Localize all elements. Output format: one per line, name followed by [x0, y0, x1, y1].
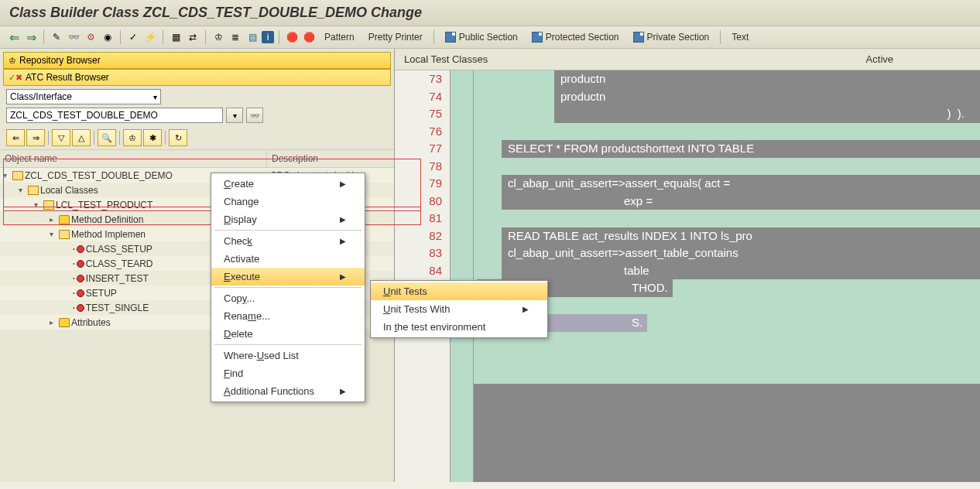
- hierarchy-icon[interactable]: ♔: [211, 29, 226, 45]
- marker-column: [451, 70, 474, 482]
- folder-open-icon: [59, 230, 70, 239]
- display-icon[interactable]: 👓: [66, 29, 81, 45]
- menu-execute[interactable]: Execute▶: [211, 268, 365, 286]
- pattern-button[interactable]: Pattern: [318, 29, 361, 45]
- context-menu: CCreatereate▶ Change Display▶ Check▶ Act…: [211, 173, 365, 402]
- list-icon[interactable]: ▤: [245, 29, 260, 45]
- menu-change[interactable]: Change: [211, 193, 365, 210]
- collapse-button[interactable]: ▽: [52, 129, 70, 146]
- text-button[interactable]: Text: [725, 29, 755, 45]
- expand-button[interactable]: △: [72, 129, 91, 146]
- method-icon: [77, 275, 84, 282]
- expand-icon[interactable]: ▾: [19, 186, 26, 194]
- pretty-printer-button[interactable]: Pretty Printer: [362, 29, 429, 45]
- execute-submenu: Unit Tests Unit Tests With▶ In the test …: [370, 280, 548, 338]
- forward-icon[interactable]: ⇒: [23, 29, 39, 45]
- tree-container: ▾ ZCL_CDS_TEST_DOUBLE_DEMO CDS view test…: [0, 168, 394, 482]
- atc-browser-tab[interactable]: ✓✖ ATC Result Browser: [3, 69, 391, 86]
- repository-browser-tab[interactable]: ♔ Repository Browser: [3, 52, 391, 69]
- arrow-right-icon: ▶: [340, 237, 346, 245]
- local-test-label: Local Test Classes: [404, 53, 866, 65]
- bullet-icon: •: [73, 289, 75, 296]
- menu-find[interactable]: Find: [211, 364, 365, 382]
- object-name-input[interactable]: ZCL_CDS_TEST_DOUBLE_DEMO: [6, 108, 223, 123]
- doc-icon: [532, 32, 543, 43]
- next-button[interactable]: ⇒: [26, 129, 45, 146]
- menu-rename[interactable]: Rename...: [211, 307, 365, 325]
- object-type-dropdown[interactable]: Class/Interface ▾: [6, 89, 161, 104]
- glasses-button[interactable]: 👓: [246, 108, 263, 123]
- arrow-right-icon: ▶: [340, 272, 346, 281]
- menu-create[interactable]: CCreatereate▶: [211, 175, 365, 193]
- title-bar: Class Builder Class ZCL_CDS_TEST_DOUBLE_…: [0, 0, 980, 26]
- line-gutter: 737475767778798081828384: [395, 70, 451, 482]
- tree-header-name: Object name: [0, 150, 267, 167]
- submenu-unit-tests-with[interactable]: Unit Tests With▶: [371, 300, 547, 318]
- folder-icon: [59, 318, 70, 327]
- back-icon[interactable]: ⇐: [6, 29, 22, 45]
- expand-icon[interactable]: ▾: [3, 171, 11, 180]
- prev-button[interactable]: ⇐: [6, 129, 25, 146]
- find-button[interactable]: 🔍: [98, 129, 116, 146]
- bullet-icon: •: [73, 245, 75, 252]
- right-panel: Local Test Classes Active 73747576777879…: [395, 49, 980, 482]
- bullet-icon: •: [73, 260, 75, 267]
- refresh-button[interactable]: ↻: [169, 129, 187, 146]
- method-icon: [77, 260, 84, 268]
- dropdown-toggle[interactable]: ▾: [226, 108, 243, 123]
- code-editor[interactable]: 737475767778798081828384 productnproduct…: [395, 70, 980, 482]
- folder-open-icon: [43, 200, 54, 210]
- outline-icon[interactable]: ≣: [228, 29, 243, 45]
- method-icon: [77, 304, 84, 312]
- menu-where-used[interactable]: Where-Used List: [211, 347, 365, 364]
- breakpoint-icon[interactable]: 🛑: [284, 29, 300, 45]
- doc-icon: [445, 32, 456, 43]
- test-icon[interactable]: ▦: [168, 29, 183, 45]
- hierarchy-icon: ♔: [9, 56, 16, 66]
- wand-icon[interactable]: ✎: [49, 29, 64, 45]
- expand-icon[interactable]: ▾: [50, 230, 57, 238]
- where-used-icon[interactable]: ⇄: [185, 29, 200, 45]
- activate-icon[interactable]: ⚡: [142, 29, 158, 45]
- repository-browser-label: Repository Browser: [19, 55, 101, 66]
- folder-icon: [59, 215, 70, 224]
- arrow-right-icon: ▶: [340, 387, 346, 395]
- protected-section-button[interactable]: Protected Section: [526, 29, 625, 45]
- bullet-icon: •: [73, 275, 75, 282]
- atc-browser-label: ATC Result Browser: [26, 72, 109, 83]
- other-object-icon[interactable]: ⚙: [83, 29, 98, 45]
- menu-activate[interactable]: Activate: [211, 250, 365, 268]
- submenu-unit-tests[interactable]: Unit Tests: [371, 282, 547, 300]
- method-icon: [77, 289, 84, 297]
- public-section-button[interactable]: Public Section: [439, 29, 524, 45]
- arrow-right-icon: ▶: [523, 305, 529, 313]
- left-panel: ♔ Repository Browser ✓✖ ATC Result Brows…: [0, 49, 395, 482]
- main-toolbar: ⇐ ⇒ ✎ 👓 ⚙ ◉ ✓ ⚡ ▦ ⇄ ♔ ≣ ▤ i 🛑 🛑 Pattern …: [0, 26, 980, 49]
- private-section-button[interactable]: Private Section: [627, 29, 716, 45]
- expand-icon[interactable]: ▾: [34, 200, 42, 209]
- menu-additional[interactable]: Additional Functions▶: [211, 382, 365, 400]
- folder-open-icon: [28, 186, 39, 195]
- chevron-down-icon: ▾: [153, 93, 157, 101]
- tree2-button[interactable]: ✱: [143, 129, 162, 146]
- expand-icon[interactable]: ▸: [50, 215, 57, 224]
- menu-check[interactable]: Check▶: [211, 232, 365, 250]
- folder-open-icon: [12, 171, 23, 180]
- method-icon: [77, 245, 84, 253]
- info-icon[interactable]: i: [262, 31, 274, 43]
- breakpoint2-icon[interactable]: 🛑: [301, 29, 317, 45]
- code-content[interactable]: productnproductn) ).SELECT * FROM produc…: [474, 70, 980, 482]
- page-title: Class Builder Class ZCL_CDS_TEST_DOUBLE_…: [9, 5, 422, 20]
- check-icon[interactable]: ✓: [125, 29, 141, 45]
- menu-delete[interactable]: Delete: [211, 325, 365, 343]
- menu-copy[interactable]: Copy...: [211, 289, 365, 307]
- doc-icon: [633, 32, 644, 43]
- enhance-icon[interactable]: ◉: [100, 29, 115, 45]
- check-x-icon: ✓✖: [9, 73, 22, 83]
- expand-icon[interactable]: ▸: [50, 318, 57, 327]
- submenu-test-env[interactable]: In the test environment: [371, 318, 547, 336]
- right-header: Local Test Classes Active: [395, 49, 980, 70]
- tree1-button[interactable]: ♔: [123, 129, 142, 146]
- menu-display[interactable]: Display▶: [211, 210, 365, 228]
- tree-toolbar: ⇐ ⇒ ▽ △ 🔍 ♔ ✱ ↻: [0, 126, 394, 149]
